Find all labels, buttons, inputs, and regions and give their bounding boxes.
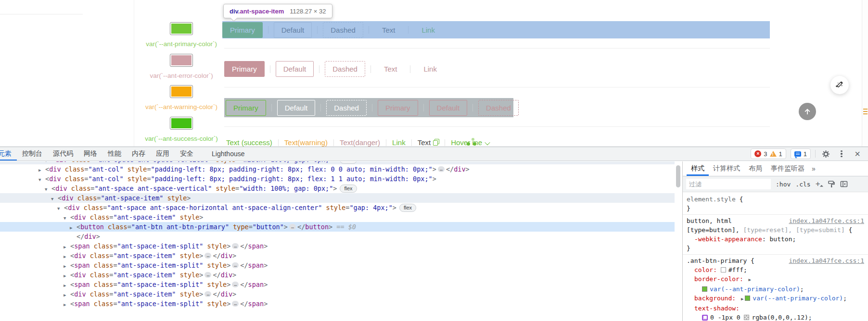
ellipsis-badge[interactable]: … [204,291,211,297]
default-button[interactable]: Default [274,22,312,38]
page-scrollbar[interactable] [862,0,868,147]
text-button[interactable]: Text [374,22,403,38]
dom-tree-node[interactable]: ▶<div class="ant-space-item" style>…</di… [0,289,675,299]
dom-tree-node[interactable]: ▼<div class="ant-col" style="padding-lef… [0,174,675,184]
theme-wand-button[interactable] [830,76,849,94]
tab-event-listeners[interactable]: 事件监听器 [766,161,809,176]
settings-button[interactable] [820,148,831,160]
stylesheet-link[interactable]: index.1a047fce.css:1 [789,216,864,225]
expand-arrow-icon[interactable]: ▶ [70,223,77,233]
dom-tree-node[interactable]: ▼<div class="ant-space ant-space-horizon… [0,203,675,212]
expand-arrow-icon[interactable]: ▼ [64,213,70,223]
messages-badge[interactable]: 1 [791,148,811,159]
css-rule-selector[interactable]: index.1a047fce.css:1 .ant-btn-primary { [687,256,864,265]
link-button[interactable]: Link [416,61,445,77]
link-button[interactable]: Link [414,22,443,38]
flex-badge[interactable]: flex [340,161,357,164]
sidebar-toggle-icon[interactable] [840,180,848,188]
tab-sources[interactable]: 源代码 [48,147,78,160]
dom-tree-node[interactable]: ▶<div class="ant-col" style="padding-lef… [0,164,675,174]
expand-arrow-icon[interactable]: ▶ [64,252,70,261]
tab-computed[interactable]: 计算样式 [709,161,744,176]
stylesheet-link[interactable]: index.1a047fce.css:1 [789,256,864,265]
elements-scrollbar[interactable] [675,161,682,321]
tab-performance[interactable]: 性能 [102,147,127,160]
tab-network[interactable]: 网络 [78,147,102,160]
ellipsis-badge[interactable]: … [204,272,211,278]
expand-arrow-icon[interactable]: ▶ [64,271,70,281]
expand-arrow-icon[interactable]: ▶ [64,242,70,252]
dom-tree-node[interactable]: ▶<div class="ant-space-item" style>…</di… [0,251,675,260]
dom-tree-node[interactable]: ▶<div class="ant-space-item" style>…</di… [0,270,675,280]
text-danger-link[interactable]: Text(danger) [340,138,380,147]
css-declaration[interactable]: text-shadow: [687,304,864,313]
more-options-button[interactable] [836,148,847,160]
css-declaration[interactable]: border-color: ▶ [687,274,864,284]
success-color-swatch[interactable] [170,117,193,130]
issues-badge[interactable]: × 3 ! 1 [751,148,786,159]
dom-tree-node[interactable]: </div> [0,232,675,241]
ghost-danger-primary-button[interactable]: Primary [378,100,418,116]
tab-application[interactable]: 应用 [151,147,175,160]
primary-color-swatch[interactable] [170,22,193,35]
dom-tree-node[interactable]: ▶<span class="ant-space-item-split" styl… [0,280,675,289]
warning-color-swatch[interactable] [170,85,193,98]
tab-elements[interactable]: 元素 [0,147,17,160]
expand-arrow-icon[interactable]: ▶ [64,281,70,290]
ellipsis-badge[interactable]: … [438,166,445,172]
css-declaration[interactable]: -webkit-appearance: button; [687,235,864,244]
element-style-rule[interactable]: element.style { [687,195,864,204]
css-rule-selector[interactable]: index.1a047fce.css:1 button, html [687,216,864,225]
ellipsis-badge[interactable]: … [204,253,211,259]
expand-arrow-icon[interactable]: ▶ [64,300,70,309]
new-style-rule-button[interactable]: + [816,179,823,189]
tab-memory[interactable]: 内存 [127,147,151,160]
text-success-link[interactable]: Text (success) [226,138,272,147]
dom-tree-node[interactable]: ▼<div class="ant-space-item" style> [0,212,675,222]
shadow-swatch-icon[interactable] [702,315,708,321]
text-button[interactable]: Text [376,61,405,77]
expand-value-icon[interactable]: ▶ [749,277,751,282]
expand-arrow-icon[interactable]: ▼ [51,194,58,204]
expand-arrow-icon[interactable]: ▼ [45,185,51,194]
dom-tree-node[interactable]: ▶<span class="ant-space-item-split" styl… [0,260,675,270]
default-button[interactable]: Default [276,61,314,77]
ghost-danger-dashed-button[interactable]: Dashed [478,100,519,116]
copy-icon[interactable] [433,139,439,145]
primary-button[interactable]: Primary [222,22,263,38]
styles-filter-input[interactable] [686,179,771,189]
error-color-swatch[interactable] [170,54,193,67]
ghost-dashed-button[interactable]: Dashed [326,100,367,116]
primary-button[interactable]: Primary [224,61,265,77]
dom-tree-node[interactable]: ▶<span class="ant-space-item-split" styl… [0,241,675,251]
flex-badge[interactable]: flex [399,204,416,212]
dashed-button[interactable]: Dashed [323,22,363,38]
pseudo-state-toggle[interactable]: :hov [776,181,791,188]
paint-roller-icon[interactable] [828,180,835,188]
ellipsis-badge[interactable]: … [289,224,296,230]
ghost-default-button[interactable]: Default [277,100,316,116]
css-declaration[interactable]: background: ▶var(--ant-primary-color); [687,294,864,304]
expand-arrow-icon[interactable]: ▶ [64,290,70,300]
text-copy-link[interactable]: Text [418,138,439,147]
ghost-danger-default-button[interactable]: Default [429,100,468,116]
close-devtools-button[interactable]: × [852,148,863,160]
text-warning-link[interactable]: Text(warning) [284,138,328,147]
more-tabs-icon[interactable]: » [809,161,818,176]
dom-tree-node[interactable]: ▼<div class="ant-space-item" style> [0,193,675,203]
expand-value-icon[interactable]: ▶ [741,296,743,301]
dashed-button[interactable]: Dashed [325,61,365,77]
dom-tree-node[interactable]: ▶<button class="ant-btn ant-btn-primary"… [0,222,675,232]
expand-arrow-icon[interactable]: ▼ [38,175,45,185]
alpha-color-swatch[interactable] [744,315,749,320]
color-swatch[interactable] [745,296,750,301]
flex-badge[interactable]: flex [340,185,357,193]
css-declaration[interactable]: color: #fff; [687,265,864,274]
color-swatch[interactable] [721,267,726,272]
back-to-top-button[interactable] [799,103,816,120]
tab-security[interactable]: 安全 [175,147,199,160]
dom-tree-node[interactable]: ▼<div class="ant-space ant-space-vertica… [0,184,675,193]
ghost-primary-button[interactable]: Primary [226,100,266,116]
tab-layout[interactable]: 布局 [744,161,766,176]
ellipsis-badge[interactable]: … [232,301,239,307]
